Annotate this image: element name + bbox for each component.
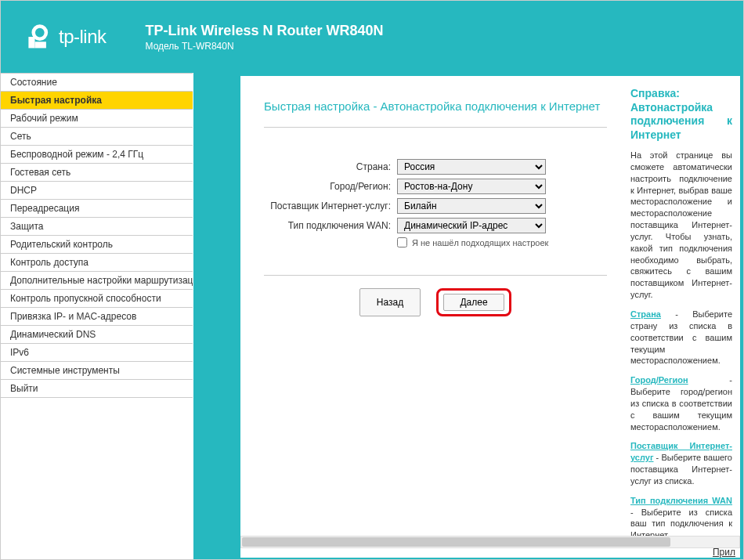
label-country: Страна: (264, 161, 397, 172)
brand-name: tp-link (59, 26, 107, 48)
highlight-ring: Далее (436, 288, 511, 316)
help-section-0: Страна - Выберите страну из списка в соо… (630, 309, 732, 367)
sidebar-item-15[interactable]: IPv6 (1, 343, 193, 362)
brand-logo: tp-link (24, 23, 107, 51)
help-term-2: Поставщик Интернет-услуг (630, 441, 732, 462)
sidebar-item-11[interactable]: Дополнительные настройки маршрутизации (1, 271, 193, 290)
label-not-found: Я не нашёл подходящих настроек (412, 238, 548, 247)
header-titles: TP-Link Wireless N Router WR840N Модель … (146, 23, 384, 52)
back-button[interactable]: Назад (359, 288, 421, 316)
help-section-3: Тип подключения WAN - Выберите из списка… (630, 495, 732, 536)
help-term-1: Город/Регион (630, 375, 688, 385)
sidebar-item-6[interactable]: DHCP (1, 181, 193, 200)
sidebar-item-7[interactable]: Переадресация (1, 199, 193, 218)
quick-setup-form: Страна: Россия Город/Регион: Ростов-на-Д… (264, 159, 607, 247)
svg-point-0 (34, 27, 46, 39)
product-title: TP-Link Wireless N Router WR840N (146, 23, 384, 39)
bottom-bar: Прил (240, 536, 740, 558)
label-city: Город/Регион: (264, 181, 397, 192)
sidebar-item-3[interactable]: Сеть (1, 127, 193, 146)
help-title: Справка: Автонастройка подключения к Инт… (630, 87, 732, 142)
sidebar-item-1[interactable]: Быстрая настройка (1, 91, 193, 110)
main-panel: Быстрая настройка - Автонастройка подклю… (240, 76, 623, 536)
scrollbar-thumb[interactable] (242, 537, 670, 547)
label-wan: Тип подключения WAN: (264, 220, 397, 231)
help-panel: Справка: Автонастройка подключения к Инт… (623, 76, 740, 536)
help-term-3: Тип подключения WAN (630, 496, 732, 505)
truncated-link[interactable]: Прил (713, 547, 740, 558)
product-subtitle: Модель TL-WR840N (146, 41, 384, 52)
help-intro: На этой странице вы сможете автоматическ… (630, 150, 732, 301)
sidebar-item-17[interactable]: Выйти (1, 379, 193, 398)
tplink-logo-icon (24, 23, 52, 51)
sidebar-item-16[interactable]: Системные инструменты (1, 361, 193, 380)
svg-rect-1 (28, 37, 34, 48)
sidebar-item-2[interactable]: Рабочий режим (1, 109, 193, 128)
select-city[interactable]: Ростов-на-Дону (397, 179, 546, 194)
help-section-1: Город/Регион - Выберите город/регион из … (630, 374, 732, 432)
divider (264, 275, 607, 276)
next-button[interactable]: Далее (443, 294, 504, 311)
sidebar-item-9[interactable]: Родительский контроль (1, 235, 193, 254)
sidebar-item-10[interactable]: Контроль доступа (1, 253, 193, 272)
sidebar-item-12[interactable]: Контроль пропускной способности (1, 289, 193, 308)
select-wan[interactable]: Динамический IP-адрес (397, 218, 546, 233)
sidebar-item-5[interactable]: Гостевая сеть (1, 163, 193, 182)
sidebar-item-14[interactable]: Динамический DNS (1, 325, 193, 344)
label-isp: Поставщик Интернет-услуг: (264, 201, 397, 211)
svg-rect-2 (35, 42, 46, 48)
sidebar-item-13[interactable]: Привязка IP- и MAC-адресов (1, 307, 193, 326)
select-country[interactable]: Россия (397, 159, 546, 175)
sidebar-nav: СостояниеБыстрая настройкаРабочий режимС… (1, 73, 193, 559)
select-isp[interactable]: Билайн (397, 198, 546, 214)
horizontal-scrollbar[interactable] (240, 536, 740, 548)
sidebar-item-4[interactable]: Беспроводной режим - 2,4 ГГц (1, 145, 193, 164)
page-title: Быстрая настройка - Автонастройка подклю… (264, 99, 607, 128)
sidebar-item-8[interactable]: Защита (1, 217, 193, 236)
checkbox-not-found[interactable] (397, 237, 407, 247)
sidebar-item-0[interactable]: Состояние (1, 73, 193, 92)
header: tp-link TP-Link Wireless N Router WR840N… (1, 1, 743, 73)
help-term-0: Страна (630, 309, 661, 319)
help-section-2: Поставщик Интернет-услуг - Выберите ваше… (630, 440, 732, 486)
